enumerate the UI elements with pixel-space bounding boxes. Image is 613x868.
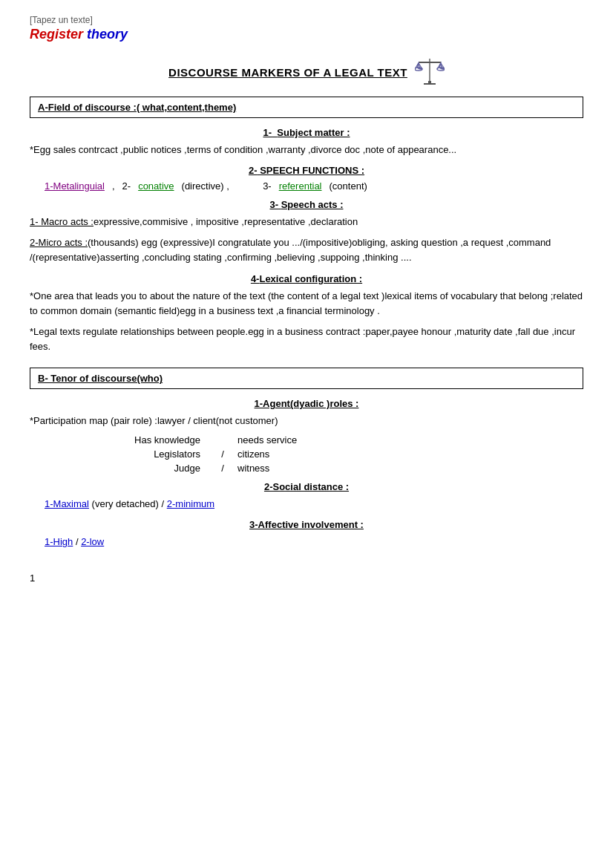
item2-heading: 2- SPEECH FUNCTIONS : xyxy=(30,165,583,176)
table-cell-mid-1: / xyxy=(208,448,237,460)
table-cell-left-1: Legislators xyxy=(74,448,208,460)
conative-link: conative xyxy=(138,180,174,192)
table-row: Has knowledge needs service xyxy=(74,434,583,446)
brand-text2: theory xyxy=(83,27,128,42)
maximal-link: 1-Maximal xyxy=(45,498,89,509)
table-cell-right-1: citizens xyxy=(237,448,386,460)
top-left-text: [Tapez un texte] xyxy=(30,15,583,25)
speech-sep1: , xyxy=(112,180,115,192)
page-number: 1 xyxy=(30,572,583,584)
referential-prefix: 3- xyxy=(263,180,272,192)
participation-line: *Participation map (pair role) :lawyer /… xyxy=(30,414,583,428)
table-cell-right-0: needs service xyxy=(237,434,386,446)
social-distance-mid: (very detached) / xyxy=(89,498,167,509)
section-b-label: B- Tenor of discourse(who) xyxy=(38,373,163,384)
item1-body: *Egg sales contrcact ,public notices ,te… xyxy=(30,143,583,157)
table-row: Legislators / citizens xyxy=(74,448,583,460)
svg-rect-1 xyxy=(419,62,441,63)
brand-title: Register theory xyxy=(30,27,583,50)
social-distance-body: 1-Maximal (very detached) / 2-minimum xyxy=(45,497,583,512)
affective-mid: / xyxy=(73,536,81,547)
macro-acts-line: 1- Macro acts :expressive,commisive , im… xyxy=(30,215,583,229)
lexical-body1: *One area that leads you to about the na… xyxy=(30,289,583,319)
affective-heading: 3-Affective involvement : xyxy=(30,519,583,530)
macro-acts-label: 1- Macro acts : xyxy=(30,216,94,227)
table-row: Judge / witness xyxy=(74,463,583,474)
low-link: 2-low xyxy=(81,536,104,547)
micro-acts-line: 2-Micro acts :(thousands) egg (expressiv… xyxy=(30,235,583,265)
table-cell-left-0: Has knowledge xyxy=(74,434,208,446)
referential-suffix: (content) xyxy=(330,180,367,192)
table-cell-left-2: Judge xyxy=(74,463,208,474)
high-link: 1-High xyxy=(45,536,73,547)
header-area: DISCOURSE MARKERS OF A LEGAL TEXT xyxy=(30,57,583,88)
social-distance-heading: 2-Social distance : xyxy=(30,481,583,492)
micro-acts-body: (thousands) egg (expressive)I congratula… xyxy=(30,237,551,263)
agent-heading: 1-Agent(dyadic )roles : xyxy=(30,398,583,409)
dyadic-roles-table: Has knowledge needs service Legislators … xyxy=(74,434,583,474)
conative-suffix: (directive) , xyxy=(182,180,229,192)
minimum-link: 2-minimum xyxy=(167,498,214,509)
item4-heading: 4-Lexical configuration : xyxy=(30,273,583,284)
speech-functions-line: 1-Metalinguial , 2-conative(directive) ,… xyxy=(45,180,583,192)
brand-text1: Register xyxy=(30,27,83,42)
section-a-box: A-Field of discourse :( what,content,the… xyxy=(30,97,583,118)
table-cell-right-2: witness xyxy=(237,463,386,474)
svg-rect-2 xyxy=(428,81,431,83)
section-b-box: B- Tenor of discourse(who) xyxy=(30,368,583,389)
item3-heading: 3- Speech acts : xyxy=(30,199,583,210)
lexical-body2: *Legal texts regulate relationships betw… xyxy=(30,324,583,354)
main-title: DISCOURSE MARKERS OF A LEGAL TEXT xyxy=(168,66,407,79)
macro-acts-body: expressive,commisive , impositive ,repre… xyxy=(94,216,358,227)
scales-icon xyxy=(415,57,445,88)
referential-link: referential xyxy=(279,180,322,192)
table-cell-mid-2: / xyxy=(208,463,237,474)
micro-acts-label: 2-Micro acts : xyxy=(30,237,88,248)
item1-heading: 1- Subject matter : xyxy=(30,127,583,138)
svg-rect-3 xyxy=(424,83,436,85)
section-a-label: A-Field of discourse :( what,content,the… xyxy=(38,102,236,113)
metalinguial-link: 1-Metalinguial xyxy=(45,180,105,192)
conative-prefix: 2- xyxy=(122,180,131,192)
affective-body: 1-High / 2-low xyxy=(45,535,583,549)
